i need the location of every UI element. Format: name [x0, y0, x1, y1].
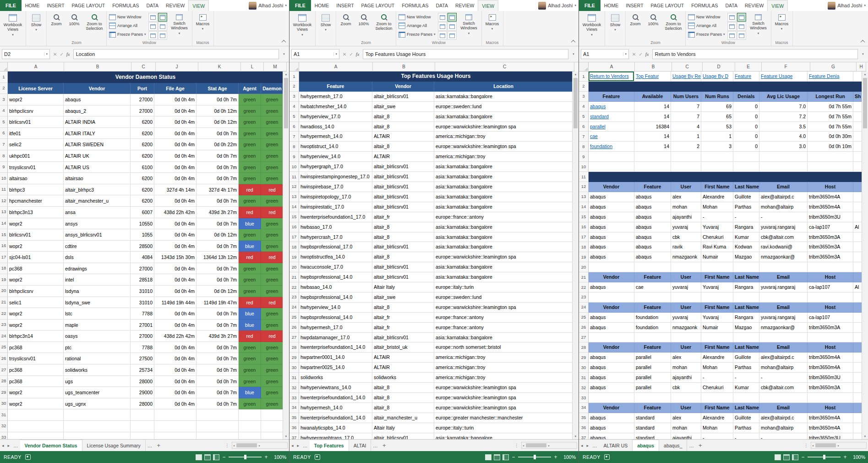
cell[interactable]: nmazgaonk [671, 323, 701, 333]
row-header-1[interactable]: 1 [579, 72, 589, 82]
cell[interactable] [239, 409, 261, 421]
enter-icon[interactable]: ✓ [349, 52, 353, 57]
cell[interactable]: altair_8 [372, 222, 434, 232]
cell[interactable]: green [239, 286, 261, 297]
cell[interactable]: ALTAIR INDIA [64, 116, 131, 128]
cell[interactable]: yuvaraj [671, 222, 701, 232]
row-header-22[interactable]: 22 [0, 308, 8, 320]
scroll-left-icon[interactable]: ◂ [522, 443, 525, 448]
cell[interactable]: tribm3650m3A [808, 242, 853, 252]
cell[interactable]: abaqus [634, 202, 671, 212]
scroll-left-icon[interactable]: ◂ [232, 443, 235, 448]
collapse-ribbon-button[interactable] [569, 38, 577, 44]
cell[interactable]: alex@altairpd.c [759, 192, 808, 202]
row-header-6[interactable]: 6 [0, 128, 8, 139]
cell[interactable]: green [261, 387, 284, 398]
cell[interactable]: europe::warwickshire::leamington spa [434, 393, 573, 403]
cell[interactable]: abaqus_2 [64, 105, 131, 117]
split-button[interactable] [438, 13, 447, 22]
new-sheet-button[interactable]: + [154, 440, 163, 451]
cell[interactable]: - [701, 373, 733, 383]
cell[interactable]: altair_8 [372, 403, 434, 413]
row-header-27[interactable]: 27 [579, 333, 589, 343]
vertical-scrollbar[interactable]: ▲ ▼ [283, 72, 289, 439]
cell[interactable]: Feature [299, 82, 372, 92]
zoom-slider[interactable] [808, 457, 841, 457]
cell[interactable]: green [261, 342, 284, 353]
cell[interactable] [634, 333, 671, 343]
cell[interactable]: - [759, 373, 808, 383]
cell[interactable]: abaqus [634, 242, 671, 252]
name-box[interactable]: A1 ▾ [291, 49, 339, 59]
cell[interactable]: - [759, 212, 808, 222]
name-box[interactable]: A1 ▾ [581, 49, 629, 59]
cell[interactable] [853, 353, 863, 363]
cell[interactable]: green [239, 116, 261, 128]
cell[interactable]: hwpartner0025_14.0 [299, 363, 372, 373]
cell[interactable]: wopr2 [8, 308, 64, 320]
row-header-5[interactable]: 5 [289, 112, 299, 122]
cell[interactable]: parallel [589, 122, 634, 132]
row-header-9[interactable]: 9 [289, 152, 299, 162]
vertical-scrollbar[interactable]: ▲ ▼ [572, 72, 579, 439]
cell[interactable] [853, 112, 863, 122]
cell[interactable] [808, 162, 853, 172]
cell[interactable]: america::michigan::troy [434, 363, 573, 373]
user-account[interactable]: Alhad Joshi ▾ [536, 0, 579, 11]
cell[interactable] [634, 162, 671, 172]
cell[interactable]: User [671, 342, 701, 353]
cell[interactable] [154, 432, 197, 440]
cell[interactable] [853, 403, 863, 413]
cell[interactable]: 0d 0h 4m [154, 241, 197, 252]
cell[interactable]: 27000 [131, 105, 154, 117]
macros-button[interactable]: Macros ▾ [772, 12, 792, 39]
macros-button[interactable]: Macros ▾ [483, 12, 502, 39]
column-header-m[interactable]: M [264, 62, 287, 72]
sheet-nav-right-icon[interactable]: ▸ [295, 440, 301, 451]
select-all-corner[interactable] [0, 62, 8, 72]
cell[interactable]: Yuvaraj [701, 313, 733, 323]
scroll-down-icon[interactable]: ▼ [864, 434, 867, 439]
cell[interactable]: red [261, 207, 284, 218]
scroll-right-icon[interactable]: ▸ [547, 443, 551, 448]
row-header-7[interactable]: 7 [0, 139, 8, 150]
vertical-scrollbar[interactable]: ▲ ▼ [862, 72, 868, 439]
tab-page-layout[interactable]: PAGE LAYOUT [647, 0, 688, 11]
cell[interactable]: foundation [634, 313, 671, 323]
cell[interactable]: 0d 0h 22m [197, 139, 239, 150]
cell[interactable]: Mazgao [733, 323, 759, 333]
cell[interactable]: Kumar [733, 383, 759, 393]
cell[interactable]: europe::warwickshire::leamington spa [434, 383, 573, 393]
sheet-nav-right-icon[interactable]: ▸ [6, 440, 12, 451]
cell[interactable]: hwhyperviewtrans_14.0 [299, 383, 372, 393]
cell[interactable]: 27001 [131, 320, 154, 331]
cell[interactable]: mohan@altairp [759, 423, 808, 433]
tab-page-layout[interactable]: PAGE LAYOUT [68, 0, 109, 11]
cell[interactable]: ALTAIR ITALY [64, 128, 131, 139]
cell[interactable]: 0d 7h 55m [808, 102, 853, 112]
cell[interactable]: europe::france::antony [434, 313, 573, 323]
zoom-slider-thumb[interactable] [534, 455, 536, 459]
cell[interactable]: Email [759, 403, 808, 413]
cell[interactable]: wopr2 [8, 218, 64, 230]
row-header-24[interactable]: 24 [0, 331, 8, 342]
cell[interactable]: Vendor [589, 303, 634, 313]
cell[interactable]: wopr2 [8, 320, 64, 331]
cell[interactable]: blue [239, 387, 261, 398]
cell[interactable]: 14 [634, 112, 671, 122]
cell[interactable]: ajayanthi [671, 373, 701, 383]
cell[interactable]: Mazgao [733, 252, 759, 262]
cell[interactable]: abaqus [589, 363, 634, 373]
cell[interactable]: ALTAIR UK [64, 150, 131, 162]
cell[interactable]: hwenterprisefoundation1_14.0 [299, 393, 372, 403]
cell[interactable] [853, 303, 863, 313]
cell[interactable]: maple [64, 320, 131, 331]
cell[interactable]: oasys [64, 331, 131, 342]
cell[interactable] [853, 122, 863, 132]
cell[interactable]: green [261, 218, 284, 230]
cell[interactable]: Parthas [733, 423, 759, 433]
cell[interactable]: 438d 22h 42m [154, 331, 197, 342]
cell[interactable]: tribm3650m3A [808, 323, 853, 333]
tab-insert[interactable]: INSERT [622, 0, 647, 11]
cell[interactable]: pc368 [8, 364, 64, 376]
